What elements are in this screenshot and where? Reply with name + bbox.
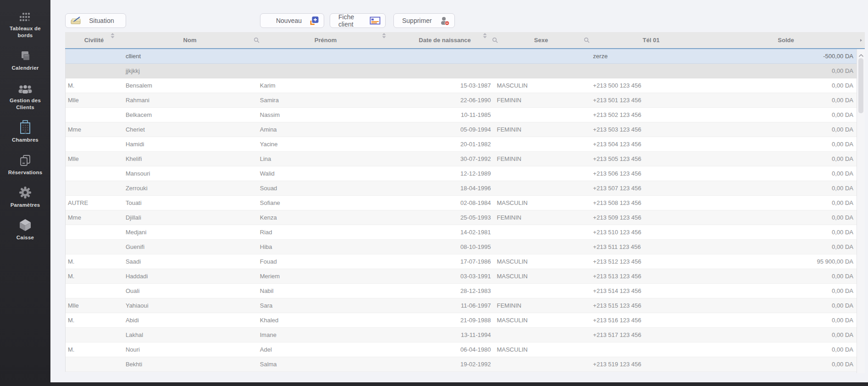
supprimer-button[interactable]: Supprimer — [393, 13, 455, 28]
table-row[interactable]: Zerrouki Souad 18-04-1996 +213 507 123 4… — [66, 181, 857, 196]
cell-date-naissance: 11-06-1997 — [395, 298, 496, 313]
sidebar-item-parametres[interactable]: Paramètres — [0, 181, 50, 214]
sidebar-item-calendrier[interactable]: Calendrier — [0, 44, 50, 77]
cell-solde: 0,00 DA — [715, 313, 857, 327]
cell-date-naissance: 20-01-1982 — [395, 137, 496, 151]
table-row[interactable]: Mme Djillali Kenza 25-05-1993 FEMININ +2… — [66, 210, 857, 225]
sidebar-item-caisse[interactable]: Caisse — [0, 214, 50, 246]
cell-nom: Abidi — [123, 313, 257, 327]
cell-date-naissance: 22-06-1990 — [395, 93, 496, 107]
cell-civilite — [66, 181, 123, 195]
cell-nom: Guenifi — [123, 240, 257, 254]
cell-prenom: Lina — [257, 152, 395, 166]
cell-prenom: Meriem — [257, 269, 395, 283]
fiche-client-button[interactable]: Fiche client — [330, 13, 386, 28]
column-header-date-naissance[interactable]: Date de naissance — [394, 32, 495, 48]
vertical-scrollbar[interactable] — [857, 49, 865, 373]
sidebar-item-tableaux-de-bords[interactable]: Tableaux de bords — [0, 5, 50, 44]
cell-sexe — [495, 328, 587, 342]
table-row[interactable]: Medjani Riad 14-02-1981 +213 510 123 456… — [66, 225, 857, 240]
cell-tel01 — [587, 342, 715, 357]
cell-civilite: Mlle — [66, 93, 123, 107]
cell-sexe: FEMININ — [495, 122, 587, 137]
client-card-icon — [370, 17, 381, 25]
column-header-civilite[interactable]: Civilité — [65, 32, 123, 48]
table-row[interactable]: M. Bensalem Karim 15-03-1987 MASCULIN +2… — [66, 78, 857, 93]
cell-date-naissance: 02-08-1984 — [395, 196, 496, 210]
sidebar-item-label: Gestion des Clients — [2, 97, 49, 111]
sidebar: Tableaux de bords Calendrier Gesti — [0, 0, 50, 386]
cell-tel01: +213 513 123 456 — [587, 269, 715, 283]
clients-group-icon — [18, 81, 33, 95]
filter-search-icon[interactable] — [584, 37, 590, 44]
table-row[interactable]: Belkacem Nassim 10-11-1985 +213 502 123 … — [66, 108, 857, 122]
cell-date-naissance: 17-07-1986 — [395, 254, 496, 269]
column-header-prenom[interactable]: Prénom — [257, 32, 394, 48]
cell-date-naissance: 25-05-1993 — [395, 210, 496, 225]
cell-tel01: +213 511 123 456 — [587, 240, 715, 254]
cell-tel01: +213 505 123 456 — [587, 152, 715, 166]
cell-tel01: zerze — [587, 49, 715, 63]
nouveau-button[interactable]: Nouveau — [260, 13, 324, 28]
dashboard-grid-icon — [18, 9, 32, 23]
cell-tel01: +213 512 123 456 — [587, 254, 715, 269]
column-header-label: Date de naissance — [419, 37, 470, 44]
cell-tel01: +213 507 123 456 — [587, 181, 715, 195]
situation-button[interactable]: Situation — [65, 13, 126, 28]
table-row[interactable]: AUTRE Touati Sofiane 02-08-1984 MASCULIN… — [66, 196, 857, 210]
cell-civilite — [66, 137, 123, 151]
scrollbar-thumb[interactable] — [858, 58, 863, 113]
cell-sexe: MASCULIN — [495, 269, 587, 283]
table-row[interactable]: jjkjkkj 0,00 DA — [66, 64, 857, 78]
table-row[interactable]: Hamidi Yacine 20-01-1982 +213 504 123 45… — [66, 137, 857, 152]
cell-nom: Bensalem — [123, 78, 257, 93]
table-row[interactable]: cllient zerze -500,00 DA — [66, 49, 857, 64]
table-row[interactable]: Mansouri Walid 12-12-1989 +213 506 123 4… — [66, 166, 857, 181]
cell-solde: 0,00 DA — [715, 342, 857, 357]
table-row[interactable]: M. Haddadi Meriem 03-03-1991 MASCULIN +2… — [66, 269, 857, 284]
cell-prenom: Karim — [257, 78, 395, 93]
cell-sexe: MASCULIN — [495, 313, 587, 327]
table-row[interactable]: Ouali Nabil 28-12-1983 +213 514 123 456 … — [66, 284, 857, 298]
table-row[interactable]: Mlle Rahmani Samira 22-06-1990 FEMININ +… — [66, 93, 857, 108]
table-row[interactable]: Mlle Yahiaoui Sara 11-06-1997 FEMININ +2… — [66, 298, 857, 313]
cell-solde: 0,00 DA — [715, 240, 857, 254]
cell-solde: 0,00 DA — [715, 78, 857, 93]
column-header-label: Civilité — [84, 37, 104, 44]
sidebar-item-gestion-des-clients[interactable]: Gestion des Clients — [0, 77, 50, 116]
cell-sexe: FEMININ — [495, 298, 587, 313]
cell-nom: Yahiaoui — [123, 298, 257, 313]
table-row[interactable]: M. Saadi Fouad 17-07-1986 MASCULIN +213 … — [66, 254, 857, 269]
cell-prenom: Amina — [257, 122, 395, 137]
cell-prenom: Sara — [257, 298, 395, 313]
table-row[interactable]: Lakhal Imane 13-11-1994 +213 517 123 456… — [66, 328, 857, 342]
cell-civilite — [66, 225, 123, 239]
table-row[interactable]: M. Abidi Khaled 21-09-1988 MASCULIN +213… — [66, 313, 857, 328]
table-row[interactable]: Mme Cheriet Amina 05-09-1994 FEMININ +21… — [66, 122, 857, 137]
sidebar-item-label: Tableaux de bords — [2, 25, 49, 39]
cell-tel01: +213 508 123 456 — [587, 196, 715, 210]
cell-prenom: Yacine — [257, 137, 395, 151]
sidebar-item-label: Caisse — [17, 234, 34, 241]
column-header-sexe[interactable]: Sexe — [495, 32, 587, 48]
column-header-nom[interactable]: Nom — [123, 32, 257, 48]
filter-search-icon[interactable] — [254, 37, 260, 44]
cell-prenom: Khaled — [257, 313, 395, 327]
nouveau-button-label: Nouveau — [265, 17, 309, 24]
column-header-solde[interactable]: Solde — [715, 32, 857, 48]
cell-sexe — [495, 181, 587, 195]
cell-nom: Touati — [123, 196, 257, 210]
table-row[interactable]: M. Nouri Adel 06-04-1980 MASCULIN 0,00 D… — [66, 342, 857, 357]
cashbox-cube-icon — [19, 218, 32, 232]
sidebar-item-reservations[interactable]: Réservations — [0, 149, 50, 181]
table-row[interactable]: Mlle Khelifi Lina 30-07-1992 FEMININ +21… — [66, 152, 857, 166]
column-chooser-button[interactable] — [857, 32, 865, 48]
filter-search-icon[interactable] — [492, 37, 498, 44]
cell-date-naissance: 12-12-1989 — [395, 166, 496, 181]
table-row[interactable]: Bekhti Salma 19-02-1992 +213 519 123 456… — [66, 357, 857, 372]
table-row[interactable]: Guenifi Hiba 08-10-1995 +213 511 123 456… — [66, 240, 857, 254]
cell-civilite: M. — [66, 78, 123, 93]
column-header-tel01[interactable]: Tél 01 — [587, 32, 715, 48]
sidebar-item-chambres[interactable]: Chambres — [0, 116, 50, 149]
cell-civilite: M. — [66, 342, 123, 357]
